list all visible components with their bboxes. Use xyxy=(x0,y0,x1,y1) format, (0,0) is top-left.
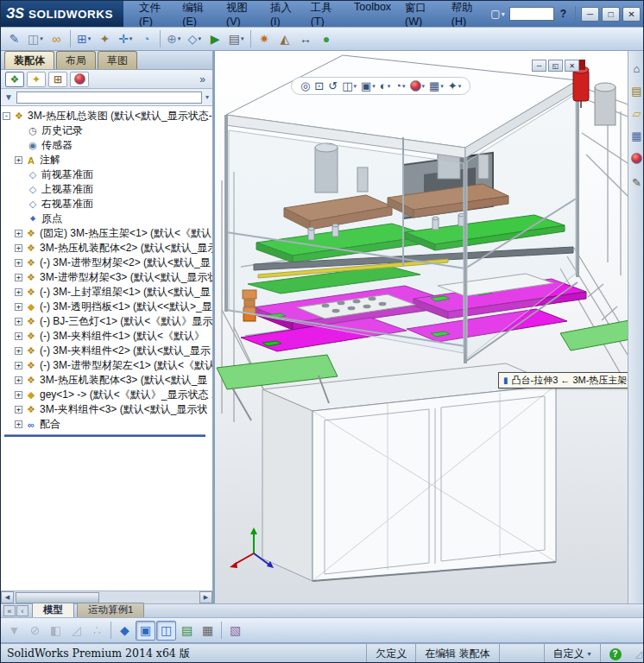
move-component-button[interactable]: ✛▾ xyxy=(116,29,136,49)
commandmanager-tab-inactive[interactable]: 草图 xyxy=(98,51,137,69)
assembly-features-button[interactable]: ⊕▾ xyxy=(164,29,184,49)
appearance-tools-button[interactable]: ● xyxy=(317,29,337,49)
doc-close-button[interactable]: ✕ xyxy=(565,60,579,72)
expand-toggle[interactable]: + xyxy=(15,274,22,281)
expand-toggle[interactable]: + xyxy=(15,288,22,296)
tree-item[interactable]: +❖3M-热压机装配体<3> (默认<默认_显 xyxy=(3,373,212,388)
apply-scene-button[interactable]: ▦▾ xyxy=(428,79,445,92)
displaymanager-tab[interactable] xyxy=(70,72,89,87)
bill-of-materials-button[interactable]: ▤▾ xyxy=(226,29,247,49)
tree-item[interactable]: +❖3M-进带型材架<3> (默认<默认_显示状 xyxy=(3,270,212,285)
expand-toggle[interactable]: + xyxy=(15,259,22,267)
tree-item[interactable]: +❖(-) 3M-夹料组件<2> (默认<默认_显示 xyxy=(3,344,212,358)
large-assembly-mode-button[interactable]: ▣ xyxy=(136,621,155,641)
expand-toggle[interactable]: + xyxy=(15,391,22,399)
zoom-fit-button[interactable]: ◎ xyxy=(300,79,311,92)
tree-item[interactable]: +❖3M-夹料组件<3> (默认<默认_显示状 xyxy=(3,402,212,417)
scroll-right-button[interactable]: ▶ xyxy=(199,591,212,603)
tab-scroll-first-button[interactable]: « xyxy=(3,605,16,616)
tree-item[interactable]: ◇右视基准面 xyxy=(3,197,212,212)
chevron-down-icon[interactable]: ▾ xyxy=(129,35,133,42)
reference-geometry-button[interactable]: ◇▾ xyxy=(185,29,205,49)
chevron-down-icon[interactable]: ▾ xyxy=(440,83,444,90)
commandmanager-tab-active[interactable]: 装配体 xyxy=(4,51,54,69)
chevron-down-icon[interactable]: ▾ xyxy=(388,83,391,90)
section-view-button[interactable]: ◫▾ xyxy=(341,79,357,92)
expand-toggle[interactable]: + xyxy=(15,244,22,252)
solidworks-resources-icon[interactable]: ⌂ xyxy=(634,63,641,74)
smart-fasteners-button[interactable]: ✦ xyxy=(95,29,115,49)
document-tab[interactable]: 模型 xyxy=(32,603,74,617)
tree-item[interactable]: -❖3M-热压机总装图 (默认<默认_显示状态- xyxy=(3,109,212,123)
tree-item[interactable]: +∞配合 xyxy=(3,417,212,432)
tree-item[interactable]: +❖(-) 3M-夹料组件<1> (默认<《默认》 xyxy=(3,329,212,344)
help-icon[interactable]: ? xyxy=(609,648,622,660)
interference-detection-button[interactable]: ◭ xyxy=(275,29,295,49)
expand-toggle[interactable]: + xyxy=(15,420,22,428)
previous-view-button[interactable]: ↺ xyxy=(327,79,338,92)
chevron-down-icon[interactable]: ▾ xyxy=(198,35,201,42)
chevron-down-icon[interactable]: ▾ xyxy=(353,83,357,90)
expand-toggle[interactable]: + xyxy=(15,318,22,325)
filter-caret-icon[interactable]: ▾ xyxy=(205,93,209,101)
manager-overflow-button[interactable]: » xyxy=(197,73,208,85)
rollback-bar[interactable] xyxy=(4,434,205,437)
close-button[interactable]: ✕ xyxy=(622,7,641,22)
design-library-icon[interactable]: ▤ xyxy=(631,85,641,97)
tree-item[interactable]: ◇上视基准面 xyxy=(3,182,212,197)
hide-show-items-button[interactable]: ◔▾ xyxy=(394,79,406,92)
filter-input[interactable] xyxy=(16,92,202,104)
tree-item[interactable]: +◆(-) 3M-透明挡板<1> (默认<<默认>_显 xyxy=(3,300,212,314)
search-input[interactable] xyxy=(509,7,554,21)
chevron-down-icon[interactable]: ▾ xyxy=(372,83,376,90)
configurationmanager-tab[interactable]: ⊞ xyxy=(48,72,67,87)
view-orientation-button[interactable]: ▣▾ xyxy=(360,79,376,92)
lightweight-mode-button[interactable]: ◫ xyxy=(156,621,176,641)
assembly-xpert-button[interactable]: ▦ xyxy=(198,621,218,641)
doc-minimize-button[interactable]: ─ xyxy=(532,60,546,72)
tree-item[interactable]: +A注解 xyxy=(3,153,212,167)
expand-toggle[interactable]: + xyxy=(15,406,22,414)
chevron-down-icon[interactable]: ▾ xyxy=(402,83,406,90)
expand-toggle[interactable]: + xyxy=(15,362,22,369)
chevron-down-icon[interactable]: ▾ xyxy=(40,35,43,42)
tree-horizontal-scrollbar[interactable]: ◀ ▶ xyxy=(1,590,212,603)
render-image-button[interactable]: ▧ xyxy=(225,621,245,641)
expand-toggle[interactable]: + xyxy=(15,156,22,164)
graphics-area[interactable]: ◎⊡↺◫▾▣▾◐▾◔▾▾▦▾✦▾ ─◱✕ ▮ 凸台-拉伸3 ← 3M-热压主架<… xyxy=(215,51,628,603)
file-explorer-icon[interactable]: ▱ xyxy=(633,108,641,119)
propertymanager-tab[interactable]: ✦ xyxy=(27,72,46,87)
tree-item[interactable]: +◆gey<1> -> (默认<《默认》_显示状态 1> xyxy=(3,388,212,402)
doc-restore-button[interactable]: ◱ xyxy=(548,60,563,72)
edit-component-button[interactable]: ✎ xyxy=(4,29,24,49)
insert-components-button[interactable]: ◫▾ xyxy=(25,29,46,49)
chevron-down-icon[interactable]: ▾ xyxy=(88,35,92,42)
featuremanager-tab[interactable]: ❖ xyxy=(5,72,24,87)
tree-item[interactable]: +❖(固定) 3M-热压主架<1> (默认<《默认》_ xyxy=(3,226,212,241)
custom-toolbar-selector[interactable]: 自定义 ▾ xyxy=(544,644,600,663)
new-document-button[interactable]: ▢▾ xyxy=(489,8,506,20)
assembly-visualization-button[interactable]: ▤ xyxy=(177,621,197,641)
chevron-down-icon[interactable]: ▾ xyxy=(458,83,462,90)
document-tab[interactable]: 运动算例1 xyxy=(77,603,144,617)
expand-toggle[interactable]: + xyxy=(15,332,22,340)
scrollbar-thumb[interactable] xyxy=(16,592,99,603)
minimize-button[interactable]: ─ xyxy=(581,7,599,22)
exploded-view-button[interactable]: ✷ xyxy=(255,29,275,49)
tree-item[interactable]: ◷历史记录 xyxy=(3,123,212,138)
show-hidden-components-button[interactable]: ◔ xyxy=(136,29,156,49)
tree-item[interactable]: +❖(-) 3M-上封罩组架<1> (默认<默认_显 xyxy=(3,285,212,300)
chevron-down-icon[interactable]: ▾ xyxy=(422,83,426,90)
tree-item[interactable]: ⌖原点 xyxy=(3,212,212,226)
expand-toggle[interactable]: + xyxy=(15,347,22,355)
tab-scroll-prev-button[interactable]: ‹ xyxy=(16,605,28,616)
chevron-down-icon[interactable]: ▾ xyxy=(178,35,181,42)
expand-toggle[interactable]: + xyxy=(15,303,22,311)
measure-button[interactable]: ↔ xyxy=(296,29,316,49)
tree-item[interactable]: +❖(-) 3M-进带型材架<2> (默认<默认_显 xyxy=(3,256,212,270)
help-button[interactable]: ? xyxy=(557,8,570,20)
tree-item[interactable]: ◉传感器 xyxy=(3,138,212,153)
scroll-left-button[interactable]: ◀ xyxy=(1,591,14,603)
commandmanager-tab-inactive[interactable]: 布局 xyxy=(56,51,96,69)
expand-toggle[interactable]: + xyxy=(15,376,22,384)
